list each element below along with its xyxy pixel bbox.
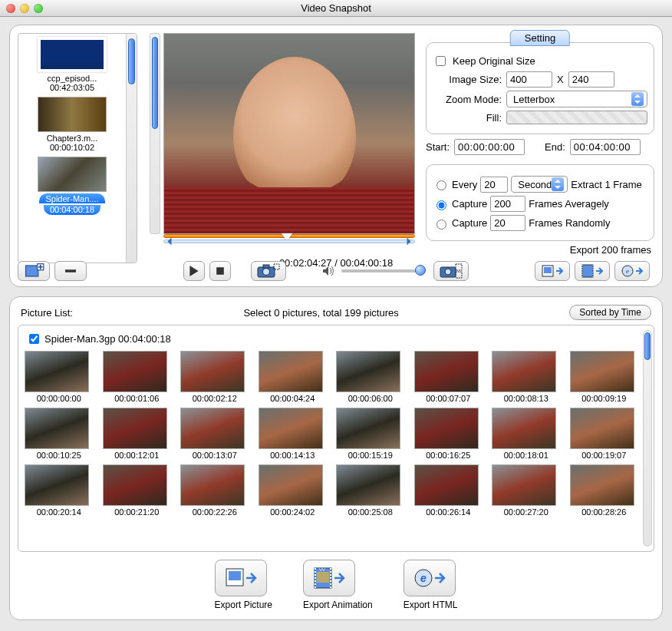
frame-timecode: 00:00:01:06 — [103, 394, 172, 403]
playhead-track[interactable] — [163, 234, 415, 238]
frame-item[interactable]: 00:00:07:07 — [414, 351, 483, 403]
frame-thumbnail-icon — [570, 408, 634, 449]
remove-video-button[interactable] — [54, 261, 87, 281]
capture-rnd-input[interactable] — [490, 215, 525, 231]
capture-avg-input[interactable] — [490, 196, 525, 212]
every-value-input[interactable] — [480, 177, 508, 193]
frame-item[interactable]: 00:00:24:02 — [259, 464, 328, 517]
picture-list-panel: Picture List: Select 0 pictures, total 1… — [9, 296, 663, 620]
timeline — [163, 234, 415, 243]
scroll-left-icon[interactable] — [168, 238, 172, 246]
frame-item[interactable]: 00:00:25:08 — [336, 464, 405, 517]
every-radio[interactable] — [436, 180, 446, 190]
preview-scrollbar[interactable] — [150, 33, 160, 234]
video-thumbnail-icon — [38, 37, 107, 72]
select-arrow-icon — [631, 92, 644, 106]
frame-timecode: 00:00:20:14 — [25, 507, 94, 517]
frame-item[interactable]: 00:00:21:20 — [103, 464, 172, 517]
timeline-scrollbar[interactable] — [163, 240, 415, 243]
frame-item[interactable]: 00:00:26:14 — [414, 464, 483, 517]
frame-item[interactable]: 00:00:20:14 — [25, 464, 94, 517]
capture-randomly-radio[interactable] — [436, 220, 446, 230]
frame-item[interactable]: 00:00:10:25 — [25, 408, 94, 460]
export-animation-button[interactable] — [303, 560, 355, 596]
frame-timecode: 00:00:26:14 — [414, 507, 483, 517]
frame-item[interactable]: 00:00:08:13 — [492, 351, 561, 403]
frame-timecode: 00:00:08:13 — [492, 394, 561, 403]
frame-thumbnail-icon — [492, 351, 556, 392]
preview-image — [163, 33, 415, 234]
settings-tab[interactable]: Setting — [510, 30, 570, 46]
frame-item[interactable]: 00:00:01:06 — [103, 351, 172, 403]
video-name: Chapter3.m... — [20, 134, 124, 143]
export-picture-button[interactable] — [215, 560, 267, 596]
snapshot-range-button[interactable] — [433, 261, 469, 281]
play-button[interactable] — [183, 261, 205, 281]
file-header[interactable]: Spider-Man.3gp 00:04:00:18 — [26, 332, 651, 346]
export-html-button[interactable]: e — [404, 560, 456, 596]
sort-button[interactable]: Sorted by Time — [569, 305, 651, 320]
snapshot-button[interactable] — [251, 261, 286, 281]
export-picture-btn-small[interactable] — [535, 261, 570, 281]
zoom-mode-select[interactable]: Letterbox — [506, 91, 647, 107]
add-video-button[interactable] — [18, 261, 50, 281]
frame-timecode: 00:00:27:20 — [492, 507, 561, 517]
export-animation-btn-small[interactable] — [575, 261, 610, 281]
video-item-selected[interactable]: Spider-Man.... 00:04:00:18 — [20, 157, 124, 215]
video-list-scrollbar[interactable] — [126, 34, 137, 263]
frame-timecode: 00:00:00:00 — [25, 394, 94, 403]
image-size-label: Image Size: — [433, 74, 502, 85]
every-unit-value: Second — [518, 179, 552, 190]
volume-knob[interactable] — [415, 265, 426, 276]
frame-item[interactable]: 00:00:27:20 — [492, 464, 561, 517]
zoom-mode-value: Letterbox — [513, 94, 555, 105]
image-height-input[interactable] — [568, 71, 614, 88]
picture-list-label: Picture List: — [21, 307, 73, 319]
svg-point-8 — [445, 269, 451, 275]
start-time-input[interactable] — [454, 139, 525, 155]
frame-item[interactable]: 00:00:02:12 — [180, 351, 249, 403]
volume-slider[interactable] — [341, 269, 426, 273]
frame-item[interactable]: 00:00:00:00 — [25, 351, 94, 403]
keep-original-row: Keep Original Size — [433, 54, 647, 68]
frame-item[interactable]: 00:00:22:26 — [180, 464, 249, 517]
stop-button[interactable] — [209, 261, 231, 281]
export-html-btn-small[interactable]: e — [614, 261, 650, 281]
frame-thumbnail-icon — [492, 408, 556, 449]
frames-avg-label: Frames Averagely — [529, 198, 609, 210]
frame-thumbnail-icon — [180, 464, 245, 506]
frame-item[interactable]: 00:00:18:01 — [492, 408, 561, 460]
every-unit-select[interactable]: Second — [511, 176, 568, 193]
fill-color-well[interactable] — [506, 111, 647, 124]
thumbnail-grid: 00:00:00:0000:00:01:0600:00:02:1200:00:0… — [25, 351, 638, 517]
keep-original-checkbox[interactable] — [436, 56, 446, 66]
frame-item[interactable]: 00:00:14:13 — [259, 408, 328, 460]
frame-item[interactable]: 00:00:04:24 — [259, 351, 328, 403]
picture-list-scrollbar[interactable] — [643, 330, 652, 547]
capture-averagely-radio[interactable] — [436, 200, 446, 210]
video-preview — [150, 33, 415, 249]
frame-timecode: 00:00:21:20 — [103, 507, 172, 517]
frame-item[interactable]: 00:00:28:26 — [570, 464, 639, 517]
frame-item[interactable]: 00:00:19:07 — [570, 408, 639, 460]
svg-rect-17 — [229, 571, 241, 580]
scroll-right-icon[interactable] — [407, 238, 411, 246]
export-picture-group: Export Picture — [215, 560, 272, 610]
frame-item[interactable]: 00:00:15:19 — [336, 408, 405, 460]
frame-item[interactable]: 00:00:09:19 — [570, 351, 639, 403]
frame-item[interactable]: 00:00:16:25 — [414, 408, 483, 460]
image-width-input[interactable] — [506, 71, 552, 88]
video-list: ccp_episod... 00:42:03:05 Chapter3.m... … — [18, 34, 126, 263]
svg-rect-19 — [317, 572, 329, 583]
video-length: 00:00:10:02 — [20, 143, 124, 152]
frame-timecode: 00:00:02:12 — [180, 394, 249, 403]
frame-item[interactable]: 00:00:13:07 — [180, 408, 249, 460]
file-checkbox[interactable] — [29, 334, 39, 344]
video-item[interactable]: ccp_episod... 00:42:03:05 — [20, 37, 124, 92]
frame-item[interactable]: 00:00:12:01 — [103, 408, 172, 460]
frame-item[interactable]: 00:00:06:00 — [336, 351, 405, 403]
end-time-input[interactable] — [570, 139, 641, 155]
select-arrow-icon — [552, 177, 564, 191]
video-item[interactable]: Chapter3.m... 00:00:10:02 — [20, 97, 124, 152]
picture-list-body: Spider-Man.3gp 00:04:00:18 00:00:00:0000… — [18, 325, 654, 552]
